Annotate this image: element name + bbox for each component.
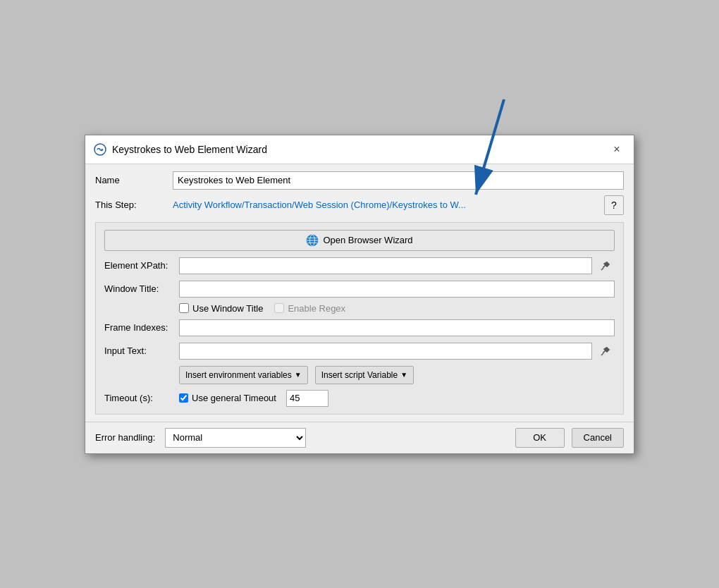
- title-bar-left: Keystrokes to Web Element Wizard: [94, 143, 267, 156]
- step-row: This Step: Activity Workflow/Transaction…: [95, 195, 624, 215]
- frame-indexes-input[interactable]: [179, 319, 615, 336]
- frame-indexes-label: Frame Indexes:: [104, 322, 175, 333]
- element-xpath-label: Element XPath:: [104, 260, 175, 271]
- element-xpath-row: Element XPath:: [104, 257, 615, 275]
- insert-script-var-button[interactable]: Insert script Variable ▼: [315, 366, 414, 384]
- help-button[interactable]: ?: [604, 195, 624, 215]
- pin-icon: [600, 260, 611, 271]
- close-button[interactable]: ×: [608, 141, 625, 158]
- dialog-footer: Error handling: Normal Raise Error Conti…: [85, 422, 634, 453]
- env-vars-chevron: ▼: [295, 371, 302, 379]
- wizard-icon: [94, 143, 106, 156]
- open-browser-btn-label: Open Browser Wizard: [323, 235, 412, 245]
- open-browser-wizard-button[interactable]: Open Browser Wizard: [104, 230, 615, 251]
- inner-panel: Open Browser Wizard Element XPath:: [95, 222, 624, 415]
- dialog-wrapper: Keystrokes to Web Element Wizard × Name …: [85, 135, 634, 454]
- dialog-content: Name This Step: Activity Workflow/Transa…: [85, 164, 634, 422]
- window-title-label: Window Title:: [104, 283, 175, 294]
- wizard-dialog: Keystrokes to Web Element Wizard × Name …: [85, 135, 634, 454]
- timeout-value-input[interactable]: [286, 390, 328, 407]
- name-row: Name: [95, 171, 624, 190]
- name-label: Name: [95, 175, 173, 185]
- input-text-input[interactable]: [179, 343, 592, 360]
- use-general-timeout-label: Use general Timeout: [192, 393, 276, 403]
- globe-icon: [306, 234, 319, 247]
- checkbox-row: Use Window Title Enable Regex: [104, 303, 615, 314]
- pin-icon-2: [600, 345, 611, 357]
- step-label: This Step:: [95, 200, 173, 210]
- svg-line-10: [601, 353, 603, 355]
- input-text-row: Input Text:: [104, 342, 615, 360]
- timeout-row: Timeout (s): Use general Timeout: [104, 390, 615, 407]
- enable-regex-checkbox-item: Enable Regex: [274, 303, 345, 314]
- insert-env-vars-button[interactable]: Insert environment variables ▼: [179, 366, 308, 384]
- use-window-title-checkbox-item: Use Window Title: [179, 303, 263, 314]
- dialog-title: Keystrokes to Web Element Wizard: [112, 144, 267, 155]
- title-bar: Keystrokes to Web Element Wizard ×: [85, 135, 634, 164]
- frame-indexes-row: Frame Indexes:: [104, 319, 615, 336]
- enable-regex-checkbox[interactable]: [274, 303, 284, 313]
- timeout-checkbox-wrapper: Use general Timeout: [179, 393, 276, 403]
- error-handling-label: Error handling:: [95, 432, 155, 443]
- svg-line-9: [601, 268, 603, 270]
- element-xpath-pin-button[interactable]: [596, 257, 615, 275]
- element-xpath-input[interactable]: [179, 257, 592, 274]
- enable-regex-label: Enable Regex: [288, 303, 345, 314]
- insert-script-var-label: Insert script Variable: [321, 370, 398, 380]
- insert-env-vars-label: Insert environment variables: [185, 370, 292, 380]
- window-title-row: Window Title:: [104, 281, 615, 298]
- insert-vars-row: Insert environment variables ▼ Insert sc…: [104, 366, 615, 384]
- window-title-input[interactable]: [179, 281, 615, 298]
- cancel-button[interactable]: Cancel: [572, 428, 624, 448]
- script-var-chevron: ▼: [400, 371, 407, 379]
- ok-button[interactable]: OK: [515, 428, 565, 448]
- error-handling-select[interactable]: Normal Raise Error Continue: [165, 428, 306, 448]
- step-link[interactable]: Activity Workflow/Transaction/Web Sessio…: [173, 200, 600, 210]
- input-text-pin-button[interactable]: [596, 342, 615, 360]
- use-window-title-label: Use Window Title: [192, 303, 263, 314]
- use-general-timeout-checkbox[interactable]: [179, 393, 188, 403]
- use-window-title-checkbox[interactable]: [179, 303, 189, 313]
- timeout-label: Timeout (s):: [104, 393, 175, 403]
- input-text-label: Input Text:: [104, 345, 175, 356]
- name-input[interactable]: [173, 171, 624, 190]
